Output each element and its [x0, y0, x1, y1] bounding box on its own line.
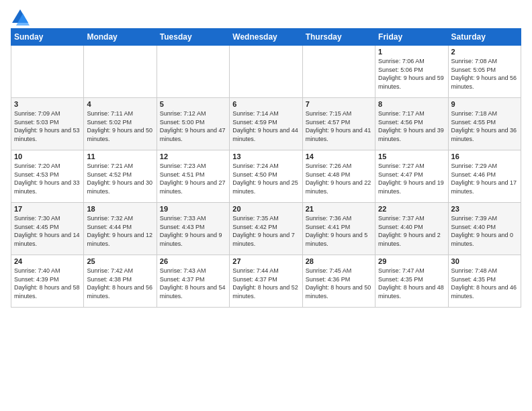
day-cell: 17Sunrise: 7:30 AM Sunset: 4:45 PM Dayli… [11, 203, 84, 255]
day-cell: 28Sunrise: 7:45 AM Sunset: 4:36 PM Dayli… [302, 255, 375, 308]
day-number: 2 [451, 48, 518, 56]
day-cell: 18Sunrise: 7:32 AM Sunset: 4:44 PM Dayli… [84, 203, 157, 255]
day-info: Sunrise: 7:32 AM Sunset: 4:44 PM Dayligh… [87, 214, 153, 248]
week-row-0: 1Sunrise: 7:06 AM Sunset: 5:06 PM Daylig… [11, 46, 521, 98]
day-info: Sunrise: 7:36 AM Sunset: 4:41 PM Dayligh… [306, 214, 372, 248]
week-row-4: 24Sunrise: 7:40 AM Sunset: 4:39 PM Dayli… [11, 255, 521, 308]
day-number: 14 [306, 152, 372, 161]
day-info: Sunrise: 7:47 AM Sunset: 4:35 PM Dayligh… [378, 267, 445, 300]
day-cell: 9Sunrise: 7:18 AM Sunset: 4:55 PM Daylig… [448, 98, 521, 150]
day-number: 8 [378, 100, 445, 108]
day-info: Sunrise: 7:17 AM Sunset: 4:56 PM Dayligh… [378, 109, 445, 143]
day-number: 23 [451, 205, 518, 213]
day-cell: 6Sunrise: 7:14 AM Sunset: 4:59 PM Daylig… [230, 98, 302, 150]
calendar-table: SundayMondayTuesdayWednesdayThursdayFrid… [11, 28, 521, 308]
day-cell: 22Sunrise: 7:37 AM Sunset: 4:40 PM Dayli… [375, 203, 448, 255]
day-cell: 7Sunrise: 7:15 AM Sunset: 4:57 PM Daylig… [302, 98, 375, 150]
day-cell: 20Sunrise: 7:35 AM Sunset: 4:42 PM Dayli… [230, 203, 302, 255]
day-cell: 2Sunrise: 7:08 AM Sunset: 5:05 PM Daylig… [448, 46, 521, 98]
day-info: Sunrise: 7:15 AM Sunset: 4:57 PM Dayligh… [306, 109, 372, 143]
day-number: 13 [232, 152, 299, 161]
day-info: Sunrise: 7:08 AM Sunset: 5:05 PM Dayligh… [451, 57, 518, 91]
day-number: 5 [160, 100, 226, 108]
day-info: Sunrise: 7:42 AM Sunset: 4:38 PM Dayligh… [87, 267, 153, 300]
weekday-header-sunday: Sunday [11, 29, 84, 46]
day-info: Sunrise: 7:33 AM Sunset: 4:43 PM Dayligh… [160, 214, 226, 248]
day-number: 15 [378, 152, 445, 161]
day-number: 7 [306, 100, 372, 108]
day-info: Sunrise: 7:37 AM Sunset: 4:40 PM Dayligh… [378, 214, 445, 248]
day-number: 22 [378, 205, 445, 213]
day-cell: 8Sunrise: 7:17 AM Sunset: 4:56 PM Daylig… [375, 98, 448, 150]
header [11, 8, 521, 27]
day-number: 6 [232, 100, 299, 108]
week-row-3: 17Sunrise: 7:30 AM Sunset: 4:45 PM Dayli… [11, 203, 521, 255]
day-number: 30 [451, 257, 518, 265]
day-info: Sunrise: 7:43 AM Sunset: 4:37 PM Dayligh… [160, 267, 226, 300]
day-number: 4 [87, 100, 153, 108]
day-cell: 16Sunrise: 7:29 AM Sunset: 4:46 PM Dayli… [448, 150, 521, 203]
day-cell [302, 46, 375, 98]
day-cell: 4Sunrise: 7:11 AM Sunset: 5:02 PM Daylig… [84, 98, 157, 150]
day-info: Sunrise: 7:23 AM Sunset: 4:51 PM Dayligh… [160, 162, 226, 195]
day-number: 1 [378, 48, 445, 56]
day-cell [84, 46, 157, 98]
day-cell: 30Sunrise: 7:48 AM Sunset: 4:35 PM Dayli… [448, 255, 521, 308]
weekday-header-saturday: Saturday [448, 29, 521, 46]
day-info: Sunrise: 7:44 AM Sunset: 4:37 PM Dayligh… [232, 267, 299, 300]
logo [11, 8, 32, 27]
day-cell: 21Sunrise: 7:36 AM Sunset: 4:41 PM Dayli… [302, 203, 375, 255]
day-cell: 5Sunrise: 7:12 AM Sunset: 5:00 PM Daylig… [157, 98, 229, 150]
day-info: Sunrise: 7:24 AM Sunset: 4:50 PM Dayligh… [232, 162, 299, 195]
day-number: 10 [14, 152, 81, 161]
day-info: Sunrise: 7:35 AM Sunset: 4:42 PM Dayligh… [232, 214, 299, 248]
day-cell: 12Sunrise: 7:23 AM Sunset: 4:51 PM Dayli… [157, 150, 229, 203]
day-number: 17 [14, 205, 81, 213]
day-number: 27 [232, 257, 299, 265]
day-info: Sunrise: 7:09 AM Sunset: 5:03 PM Dayligh… [14, 109, 81, 143]
day-info: Sunrise: 7:27 AM Sunset: 4:47 PM Dayligh… [378, 162, 445, 195]
day-cell: 3Sunrise: 7:09 AM Sunset: 5:03 PM Daylig… [11, 98, 84, 150]
day-info: Sunrise: 7:39 AM Sunset: 4:40 PM Dayligh… [451, 214, 518, 248]
day-cell: 29Sunrise: 7:47 AM Sunset: 4:35 PM Dayli… [375, 255, 448, 308]
weekday-header-monday: Monday [84, 29, 157, 46]
day-info: Sunrise: 7:26 AM Sunset: 4:48 PM Dayligh… [306, 162, 372, 195]
day-number: 20 [232, 205, 299, 213]
day-info: Sunrise: 7:11 AM Sunset: 5:02 PM Dayligh… [87, 109, 153, 143]
day-info: Sunrise: 7:30 AM Sunset: 4:45 PM Dayligh… [14, 214, 81, 248]
logo-icon [11, 8, 30, 27]
day-number: 26 [160, 257, 226, 265]
day-info: Sunrise: 7:40 AM Sunset: 4:39 PM Dayligh… [14, 267, 81, 300]
weekday-header-tuesday: Tuesday [157, 29, 229, 46]
day-info: Sunrise: 7:21 AM Sunset: 4:52 PM Dayligh… [87, 162, 153, 195]
day-number: 24 [14, 257, 81, 265]
day-cell: 26Sunrise: 7:43 AM Sunset: 4:37 PM Dayli… [157, 255, 229, 308]
day-cell: 13Sunrise: 7:24 AM Sunset: 4:50 PM Dayli… [230, 150, 302, 203]
weekday-header-friday: Friday [375, 29, 448, 46]
day-cell: 19Sunrise: 7:33 AM Sunset: 4:43 PM Dayli… [157, 203, 229, 255]
day-info: Sunrise: 7:06 AM Sunset: 5:06 PM Dayligh… [378, 57, 445, 91]
weekday-header-row: SundayMondayTuesdayWednesdayThursdayFrid… [11, 29, 521, 46]
day-number: 12 [160, 152, 226, 161]
page-container: SundayMondayTuesdayWednesdayThursdayFrid… [0, 0, 532, 313]
day-number: 3 [14, 100, 81, 108]
day-cell: 27Sunrise: 7:44 AM Sunset: 4:37 PM Dayli… [230, 255, 302, 308]
day-info: Sunrise: 7:48 AM Sunset: 4:35 PM Dayligh… [451, 267, 518, 300]
day-number: 19 [160, 205, 226, 213]
day-number: 25 [87, 257, 153, 265]
day-cell: 15Sunrise: 7:27 AM Sunset: 4:47 PM Dayli… [375, 150, 448, 203]
day-number: 21 [306, 205, 372, 213]
day-cell: 10Sunrise: 7:20 AM Sunset: 4:53 PM Dayli… [11, 150, 84, 203]
day-number: 16 [451, 152, 518, 161]
day-info: Sunrise: 7:20 AM Sunset: 4:53 PM Dayligh… [14, 162, 81, 195]
day-cell: 25Sunrise: 7:42 AM Sunset: 4:38 PM Dayli… [84, 255, 157, 308]
day-cell: 11Sunrise: 7:21 AM Sunset: 4:52 PM Dayli… [84, 150, 157, 203]
day-number: 28 [306, 257, 372, 265]
weekday-header-thursday: Thursday [302, 29, 375, 46]
weekday-header-wednesday: Wednesday [230, 29, 302, 46]
day-info: Sunrise: 7:12 AM Sunset: 5:00 PM Dayligh… [160, 109, 226, 143]
day-info: Sunrise: 7:18 AM Sunset: 4:55 PM Dayligh… [451, 109, 518, 143]
day-cell: 24Sunrise: 7:40 AM Sunset: 4:39 PM Dayli… [11, 255, 84, 308]
day-number: 9 [451, 100, 518, 108]
day-info: Sunrise: 7:45 AM Sunset: 4:36 PM Dayligh… [306, 267, 372, 300]
